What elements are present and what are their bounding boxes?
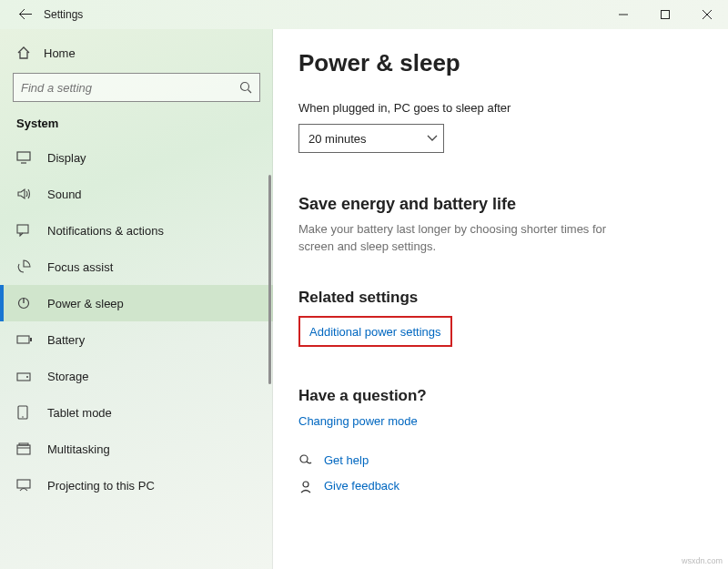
battery-icon — [16, 334, 35, 345]
maximize-icon — [661, 10, 670, 19]
give-feedback-row[interactable]: Give feedback — [298, 479, 703, 493]
titlebar: 🡠 Settings — [0, 0, 728, 29]
power-icon — [16, 296, 35, 310]
energy-description: Make your battery last longer by choosin… — [298, 221, 644, 256]
give-feedback-link: Give feedback — [324, 479, 399, 493]
sidebar-item-power-sleep[interactable]: Power & sleep — [0, 285, 273, 321]
sidebar-item-label: Power & sleep — [47, 297, 124, 310]
svg-rect-12 — [30, 338, 32, 341]
sleep-dropdown-label: When plugged in, PC goes to sleep after — [298, 101, 703, 115]
svg-rect-6 — [17, 152, 30, 160]
sidebar-item-label: Projecting to this PC — [47, 479, 155, 493]
svg-point-14 — [26, 376, 28, 378]
minimize-icon — [619, 10, 628, 19]
page-title: Power & sleep — [298, 49, 703, 77]
svg-rect-19 — [19, 443, 28, 445]
search-box[interactable] — [13, 73, 260, 102]
svg-line-5 — [248, 90, 252, 94]
svg-rect-1 — [662, 11, 670, 19]
maximize-button[interactable] — [644, 0, 686, 29]
sidebar-item-label: Multitasking — [47, 442, 110, 456]
sidebar-item-label: Tablet mode — [47, 406, 112, 420]
svg-rect-8 — [17, 225, 28, 233]
search-input[interactable] — [21, 81, 239, 95]
back-button[interactable]: 🡠 — [7, 6, 44, 23]
svg-rect-17 — [17, 445, 30, 454]
multitasking-icon — [16, 442, 35, 455]
display-icon — [16, 151, 35, 164]
minimize-button[interactable] — [602, 0, 644, 29]
sidebar-item-projecting[interactable]: Projecting to this PC — [0, 467, 273, 503]
watermark: wsxdn.com — [682, 556, 723, 565]
energy-heading: Save energy and battery life — [298, 195, 703, 214]
sidebar-section-label: System — [0, 117, 273, 139]
sidebar-item-sound[interactable]: Sound — [0, 176, 273, 212]
close-button[interactable] — [686, 0, 728, 29]
sidebar-item-label: Storage — [47, 370, 89, 383]
sidebar-item-tablet-mode[interactable]: Tablet mode — [0, 394, 273, 431]
notifications-icon — [16, 224, 35, 237]
sidebar-item-label: Notifications & actions — [47, 224, 164, 238]
tablet-icon — [16, 405, 35, 420]
get-help-row[interactable]: Get help — [298, 453, 703, 468]
sidebar-item-display[interactable]: Display — [0, 139, 273, 176]
svg-point-16 — [22, 416, 24, 418]
sidebar-item-label: Focus assist — [47, 260, 113, 274]
window-title: Settings — [44, 8, 83, 21]
sidebar-item-label: Sound — [47, 188, 82, 201]
projecting-icon — [16, 479, 35, 492]
search-icon — [239, 81, 252, 94]
feedback-icon — [298, 479, 318, 493]
svg-point-4 — [241, 83, 249, 91]
sidebar-home[interactable]: Home — [0, 40, 273, 73]
svg-rect-11 — [17, 336, 29, 343]
highlight-box: Additional power settings — [298, 316, 452, 347]
sidebar-item-label: Display — [47, 151, 86, 165]
sidebar: Home System Display Sound Notifications … — [0, 29, 273, 569]
sidebar-item-storage[interactable]: Storage — [0, 358, 273, 394]
question-heading: Have a question? — [298, 387, 703, 405]
sleep-dropdown-value: 20 minutes — [308, 132, 367, 146]
content-pane: Power & sleep When plugged in, PC goes t… — [273, 29, 728, 569]
sidebar-scrollbar[interactable] — [268, 175, 271, 384]
sleep-dropdown[interactable]: 20 minutes — [298, 124, 444, 153]
sidebar-item-multitasking[interactable]: Multitasking — [0, 431, 273, 467]
sound-icon — [16, 188, 35, 200]
svg-point-21 — [300, 455, 308, 462]
home-icon — [16, 46, 35, 60]
chevron-down-icon — [427, 135, 438, 142]
changing-power-mode-link[interactable]: Changing power mode — [298, 414, 703, 428]
storage-icon — [16, 370, 35, 382]
sidebar-nav: Display Sound Notifications & actions Fo… — [0, 139, 273, 503]
sidebar-home-label: Home — [44, 46, 76, 60]
get-help-link: Get help — [324, 453, 369, 467]
sidebar-item-notifications[interactable]: Notifications & actions — [0, 212, 273, 249]
additional-power-settings-link[interactable]: Additional power settings — [309, 325, 441, 339]
focus-assist-icon — [16, 259, 35, 274]
sidebar-item-battery[interactable]: Battery — [0, 321, 273, 358]
related-settings-heading: Related settings — [298, 289, 703, 307]
window-controls — [602, 0, 728, 29]
get-help-icon — [298, 453, 318, 468]
sidebar-item-focus-assist[interactable]: Focus assist — [0, 249, 273, 285]
close-icon — [703, 10, 712, 19]
svg-rect-20 — [17, 480, 30, 488]
sidebar-item-label: Battery — [47, 333, 85, 347]
svg-point-22 — [303, 482, 308, 487]
